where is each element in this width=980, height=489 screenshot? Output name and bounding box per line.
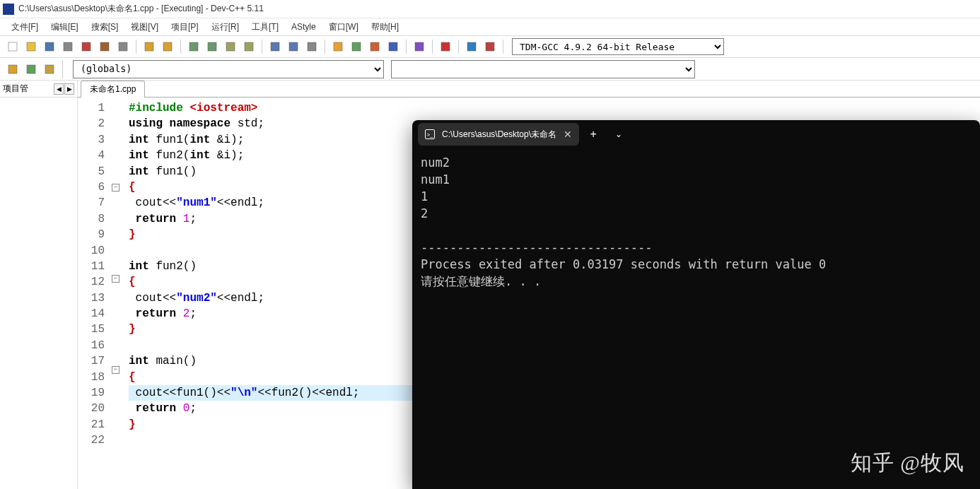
compiler-select[interactable]: TDM-GCC 4.9.2 64-bit Release xyxy=(512,38,724,55)
new-project-icon[interactable] xyxy=(4,61,21,78)
stop-icon[interactable] xyxy=(437,38,454,55)
svg-rect-20 xyxy=(415,42,424,51)
goto-icon[interactable] xyxy=(240,38,257,55)
svg-rect-23 xyxy=(486,42,494,51)
window-title: C:\Users\asus\Desktop\未命名1.cpp - [Execut… xyxy=(18,3,264,15)
svg-rect-16 xyxy=(334,42,342,51)
svg-rect-11 xyxy=(226,42,235,51)
close-icon[interactable]: ✕ xyxy=(564,129,572,140)
print-icon[interactable] xyxy=(115,38,132,55)
line-number-gutter: 12345678910111213141516171819202122 xyxy=(78,98,112,489)
menu-文件[interactable]: 文件[F] xyxy=(6,20,44,35)
redo-icon[interactable] xyxy=(159,38,176,55)
svg-rect-13 xyxy=(271,42,279,51)
main-toolbar: TDM-GCC 4.9.2 64-bit Release xyxy=(0,35,980,58)
svg-rect-18 xyxy=(371,42,379,51)
watermark: 知乎 @牧风 xyxy=(842,449,964,478)
svg-rect-9 xyxy=(189,42,198,51)
svg-rect-26 xyxy=(45,65,54,73)
remove-file-icon[interactable] xyxy=(41,61,58,78)
menu-bar: 文件[F]编辑[E]搜索[S]视图[V]项目[P]运行[R]工具[T]AStyl… xyxy=(0,18,980,35)
svg-rect-1 xyxy=(27,42,35,51)
globals-dropdown[interactable]: (globals) xyxy=(73,60,384,78)
bookmark-icon[interactable] xyxy=(303,38,320,55)
app-icon xyxy=(3,4,14,15)
menu-项目[interactable]: 项目[P] xyxy=(165,20,204,35)
find-in-files-icon[interactable] xyxy=(222,38,239,55)
console-tab[interactable]: >_ C:\Users\asus\Desktop\未命名 ✕ xyxy=(418,123,579,146)
menu-编辑[interactable]: 编辑[E] xyxy=(45,20,84,35)
svg-rect-0 xyxy=(8,42,17,51)
svg-rect-5 xyxy=(100,42,109,51)
svg-rect-4 xyxy=(82,42,91,51)
menu-帮助[interactable]: 帮助[H] xyxy=(366,20,404,35)
svg-rect-25 xyxy=(27,65,35,73)
save-all-icon[interactable] xyxy=(59,38,76,55)
console-window: >_ C:\Users\asus\Desktop\未命名 ✕ + ⌄ num2 … xyxy=(412,120,980,489)
undo-icon[interactable] xyxy=(141,38,158,55)
console-output: num2 num1 1 2 --------------------------… xyxy=(412,148,980,489)
tab-dropdown-icon[interactable]: ⌄ xyxy=(607,123,630,146)
svg-rect-12 xyxy=(245,42,253,51)
compile-run-icon[interactable] xyxy=(366,38,383,55)
console-tab-title: C:\Users\asus\Desktop\未命名 xyxy=(442,129,556,141)
new-file-icon[interactable] xyxy=(4,38,21,55)
class-dropdown[interactable] xyxy=(391,60,695,78)
second-toolbar: (globals) xyxy=(0,58,980,81)
console-tab-bar: >_ C:\Users\asus\Desktop\未命名 ✕ + ⌄ xyxy=(412,120,980,148)
editor-tab-bar: 未命名1.cpp xyxy=(78,81,980,98)
debug-icon[interactable] xyxy=(482,38,498,55)
replace-icon[interactable] xyxy=(204,38,221,55)
svg-rect-21 xyxy=(441,42,450,51)
sidebar-prev-icon[interactable]: ◀ xyxy=(54,83,64,95)
find-icon[interactable] xyxy=(185,38,202,55)
svg-rect-14 xyxy=(289,42,298,51)
close-all-icon[interactable] xyxy=(96,38,113,55)
svg-rect-7 xyxy=(145,42,153,51)
add-file-icon[interactable] xyxy=(23,61,40,78)
menu-运行[interactable]: 运行[R] xyxy=(206,20,245,35)
new-tab-button[interactable]: + xyxy=(582,123,605,146)
svg-rect-3 xyxy=(64,42,72,51)
editor-tab[interactable]: 未命名1.cpp xyxy=(81,81,145,98)
run-icon[interactable] xyxy=(348,38,365,55)
rebuild-icon[interactable] xyxy=(385,38,402,55)
menu-视图[interactable]: 视图[V] xyxy=(125,20,164,35)
menu-工具[interactable]: 工具[T] xyxy=(246,20,284,35)
svg-rect-15 xyxy=(308,42,316,51)
menu-搜索[interactable]: 搜索[S] xyxy=(86,20,124,35)
open-file-icon[interactable] xyxy=(23,38,40,55)
terminal-icon: >_ xyxy=(425,129,435,139)
svg-rect-6 xyxy=(119,42,127,51)
svg-rect-19 xyxy=(389,42,397,51)
save-icon[interactable] xyxy=(41,38,58,55)
forward-icon[interactable] xyxy=(285,38,302,55)
svg-rect-17 xyxy=(352,42,361,51)
title-bar: C:\Users\asus\Desktop\未命名1.cpp - [Execut… xyxy=(0,0,980,18)
menu-窗口[interactable]: 窗口[W] xyxy=(323,20,364,35)
svg-rect-2 xyxy=(45,42,54,51)
svg-rect-10 xyxy=(208,42,216,51)
sidebar-next-icon[interactable]: ▶ xyxy=(64,83,74,95)
svg-rect-8 xyxy=(163,42,172,51)
fold-column: −−− xyxy=(112,98,123,489)
back-icon[interactable] xyxy=(267,38,284,55)
sidebar-title: 项目管 xyxy=(3,83,28,95)
close-icon[interactable] xyxy=(78,38,95,55)
compile-icon[interactable] xyxy=(329,38,346,55)
svg-rect-22 xyxy=(467,42,476,51)
svg-rect-24 xyxy=(8,65,17,73)
debug-check-icon[interactable] xyxy=(411,38,428,55)
project-sidebar: 项目管 ◀ ▶ xyxy=(0,81,78,489)
menu-astyle[interactable]: AStyle xyxy=(286,20,322,33)
profile-icon[interactable] xyxy=(463,38,480,55)
